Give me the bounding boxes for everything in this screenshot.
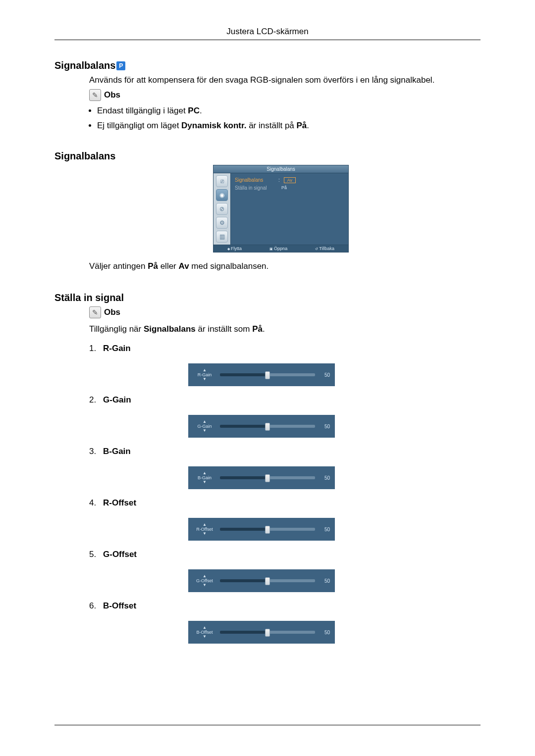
- slider-value: 50: [319, 372, 330, 378]
- osd-footer-open: Öppna: [269, 246, 287, 251]
- section1-bullets: Endast tillgänglig i läget PC. Ej tillgä…: [97, 106, 481, 131]
- slider-thumb[interactable]: [265, 577, 270, 585]
- arrow-up-icon: ▲: [203, 471, 207, 475]
- section3-title-text: Ställa in signal: [54, 292, 124, 303]
- osd-footer: Flytta Öppna Tillbaka: [214, 245, 348, 252]
- osd-footer-back: Tillbaka: [315, 246, 334, 251]
- section-signalbalans-2: Signalbalans: [54, 151, 481, 162]
- b1-post: .: [200, 106, 202, 115]
- osd-title: Signalbalans: [214, 165, 348, 173]
- note-icon: ✎: [89, 306, 101, 318]
- section1-intro: Används för att kompensera för den svaga…: [89, 74, 481, 86]
- arrow-up-icon: ▲: [203, 574, 207, 578]
- param-number: 6.: [89, 601, 103, 611]
- section-signalbalans-1: Signalbalans P: [54, 60, 481, 71]
- slider-g-offset[interactable]: ▲ G-Offset ▼ 50: [188, 569, 335, 592]
- b2-post: .: [307, 121, 309, 130]
- osd-tab-setup-icon[interactable]: ⚙: [216, 217, 228, 229]
- s2d-b2: Av: [179, 261, 189, 271]
- obs-label-3: Obs: [104, 307, 120, 317]
- osd-tab-input-icon[interactable]: ⎚: [216, 175, 228, 187]
- section2-title-text: Signalbalans: [54, 151, 115, 162]
- slider-value: 50: [319, 475, 330, 481]
- b2-bold: Dynamisk kontr.: [181, 121, 246, 130]
- slider-thumb[interactable]: [265, 526, 270, 534]
- s3a-b1: Signalbalans: [144, 324, 196, 334]
- slider-g-gain[interactable]: ▲ G-Gain ▼ 50: [188, 415, 335, 438]
- slider-track[interactable]: [220, 528, 315, 531]
- arrow-down-icon: ▼: [203, 532, 207, 536]
- slider-thumb[interactable]: [265, 371, 270, 379]
- param-number: 1.: [89, 344, 103, 353]
- s3a-post: .: [263, 324, 265, 334]
- slider-value: 50: [319, 578, 330, 584]
- arrow-down-icon: ▼: [203, 583, 207, 587]
- slider-thumb[interactable]: [265, 423, 270, 431]
- s2d-b1: På: [148, 261, 158, 271]
- arrow-up-icon: ▲: [203, 626, 207, 630]
- param-label-r-gain: R-Gain: [103, 344, 172, 353]
- arrow-down-icon: ▼: [203, 377, 207, 381]
- b1-pre: Endast tillgänglig i läget: [97, 106, 188, 115]
- s2d-mid: eller: [158, 261, 179, 271]
- slider-track[interactable]: [220, 631, 315, 634]
- arrow-down-icon: ▼: [203, 635, 207, 639]
- slider-value: 50: [319, 424, 330, 429]
- slider-track[interactable]: [220, 425, 315, 428]
- arrow-down-icon: ▼: [203, 480, 207, 484]
- s3a-b2: På: [252, 324, 263, 334]
- osd-row1-label: Signalbalans: [235, 177, 274, 183]
- header-rule: [54, 40, 481, 40]
- section1-title-text: Signalbalans: [54, 60, 115, 71]
- note-icon: ✎: [89, 89, 101, 101]
- slider-thumb[interactable]: [265, 474, 270, 482]
- osd-sidebar: ⎚ ◉ ⊘ ⚙ ▥: [214, 173, 231, 245]
- osd-row1-value: Av: [284, 177, 296, 183]
- arrow-up-icon: ▲: [203, 420, 207, 424]
- osd-tab-sound-icon[interactable]: ⊘: [216, 203, 228, 215]
- bullet-2: Ej tillgängligt om läget Dynamisk kontr.…: [97, 121, 481, 131]
- slider-r-gain[interactable]: ▲ R-Gain ▼ 50: [188, 363, 335, 386]
- section3-availability: Tillgänglig när Signalbalans är inställt…: [89, 323, 481, 335]
- arrow-down-icon: ▼: [203, 429, 207, 433]
- slider-b-offset[interactable]: ▲ B-Offset ▼ 50: [188, 621, 335, 644]
- pc-mode-badge: P: [116, 61, 125, 70]
- param-number: 4.: [89, 498, 103, 508]
- section2-desc: Väljer antingen På eller Av med signalba…: [89, 260, 481, 272]
- b1-bold: PC: [188, 106, 200, 115]
- osd-row1-colon: :: [278, 177, 280, 183]
- b2-pre: Ej tillgängligt om läget: [97, 121, 181, 130]
- param-number: 5.: [89, 550, 103, 559]
- slider-track[interactable]: [220, 373, 315, 376]
- osd-tab-picture-icon[interactable]: ◉: [216, 189, 228, 201]
- section-stalla-in-signal: Ställa in signal: [54, 292, 481, 303]
- s3a-mid: är inställt som: [196, 324, 252, 334]
- s3a-pre: Tillgänglig när: [89, 324, 144, 334]
- osd-row-stalla-in[interactable]: Ställa in signal På: [235, 184, 344, 192]
- obs-label: Obs: [104, 90, 120, 100]
- slider-r-offset[interactable]: ▲ R-Offset ▼ 50: [188, 518, 335, 541]
- param-number: 3.: [89, 447, 103, 456]
- param-label-b-offset: B-Offset: [103, 601, 172, 611]
- param-label-g-gain: G-Gain: [103, 395, 172, 405]
- osd-menu: Signalbalans ⎚ ◉ ⊘ ⚙ ▥ Signalbalans : Av: [213, 165, 349, 252]
- slider-track[interactable]: [220, 579, 315, 582]
- page-header: Justera LCD-skärmen: [54, 27, 481, 37]
- param-label-b-gain: B-Gain: [103, 447, 172, 456]
- arrow-up-icon: ▲: [203, 368, 207, 372]
- s2d-pre: Väljer antingen: [89, 261, 148, 271]
- s2d-post: med signalbalansen.: [189, 261, 269, 271]
- slider-track[interactable]: [220, 476, 315, 479]
- osd-row2-label: Ställa in signal: [235, 185, 274, 191]
- osd-tab-multi-icon[interactable]: ▥: [216, 231, 228, 243]
- osd-footer-move: Flytta: [227, 246, 242, 251]
- slider-value: 50: [319, 630, 330, 635]
- osd-row-signalbalans[interactable]: Signalbalans : Av: [235, 176, 344, 184]
- slider-b-gain[interactable]: ▲ B-Gain ▼ 50: [188, 466, 335, 489]
- slider-value: 50: [319, 527, 330, 532]
- arrow-up-icon: ▲: [203, 523, 207, 527]
- slider-thumb[interactable]: [265, 629, 270, 637]
- b2-mid: är inställt på: [246, 121, 296, 130]
- b2-bold2: På: [297, 121, 307, 130]
- bullet-1: Endast tillgänglig i läget PC.: [97, 106, 481, 116]
